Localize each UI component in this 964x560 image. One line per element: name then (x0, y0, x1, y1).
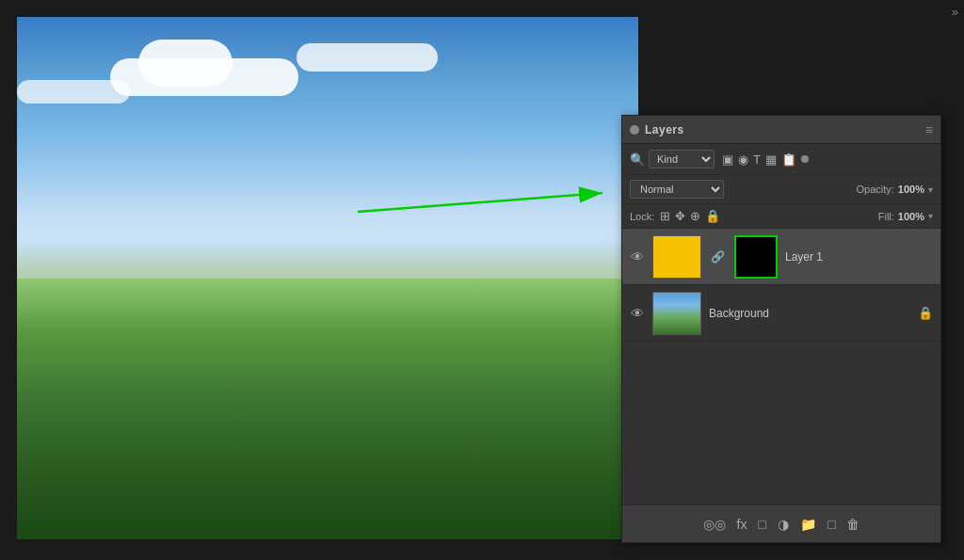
add-mask-icon[interactable]: □ (758, 517, 765, 532)
delete-layer-icon[interactable]: 🗑 (846, 517, 860, 532)
layer-mask-thumbnail-layer1 (734, 235, 778, 279)
adjustments-icon[interactable]: ◑ (778, 517, 789, 532)
layer-name-layer1: Layer 1 (785, 250, 933, 264)
panel-header-left: Layers (630, 123, 684, 136)
panel-footer: ◎◎ fx □ ◑ 📁 □ 🗑 (622, 504, 940, 542)
group-layers-icon[interactable]: 📁 (800, 517, 816, 532)
landscape-image (17, 17, 638, 539)
type-filter-icon[interactable]: T (753, 152, 761, 167)
fill-chevron-icon[interactable]: ▾ (928, 211, 933, 221)
opacity-group: Opacity: 100% ▾ (857, 184, 934, 195)
cloud-1 (110, 58, 298, 96)
close-button[interactable] (630, 125, 639, 135)
fill-value[interactable]: 100% (898, 211, 924, 222)
canvas-area (17, 17, 638, 539)
background-thumbnail (653, 293, 700, 334)
ground-layer (17, 279, 638, 540)
layer-name-background: Background (709, 307, 910, 320)
layer-effects-icon[interactable]: fx (737, 517, 747, 532)
lock-icons: ⊞ ✥ ⊕ 🔒 (660, 209, 720, 223)
link-layers-icon[interactable]: ◎◎ (703, 517, 726, 532)
visibility-icon-background[interactable]: 👁 (630, 306, 645, 321)
layers-list: 👁 🔗 Layer 1 👁 Background 🔒 (622, 229, 940, 504)
lock-transparent-icon[interactable]: ⊞ (660, 209, 670, 223)
pixel-filter-icon[interactable]: ▣ (722, 152, 733, 167)
layer-item-background[interactable]: 👁 Background 🔒 (622, 285, 940, 342)
lock-row: Lock: ⊞ ✥ ⊕ 🔒 Fill: 100% ▾ (622, 204, 940, 229)
lock-position-icon[interactable]: ⊕ (690, 209, 700, 223)
cloud-3 (17, 80, 130, 104)
yellow-fill-thumbnail (653, 236, 700, 278)
blend-mode-row: Normal Dissolve Multiply Screen Overlay … (622, 175, 940, 204)
layers-panel: Layers ≡ 🔍 Kind Name Effect Mode Attribu… (621, 115, 941, 543)
layer-thumbnail-layer1 (652, 235, 701, 279)
filter-row: 🔍 Kind Name Effect Mode Attribute Color … (622, 144, 940, 175)
fill-label: Fill: (878, 211, 894, 222)
shape-filter-icon[interactable]: ▦ (765, 152, 777, 167)
search-icon: 🔍 (630, 152, 645, 167)
opacity-label: Opacity: (857, 184, 894, 195)
filter-toggle-dot[interactable] (801, 155, 809, 163)
lock-all-icon[interactable]: 🔒 (705, 209, 720, 223)
layer-thumbnail-background (652, 292, 701, 335)
visibility-icon-layer1[interactable]: 👁 (630, 249, 645, 264)
blend-mode-dropdown[interactable]: Normal Dissolve Multiply Screen Overlay (630, 180, 724, 199)
smartobj-filter-icon[interactable]: 📋 (781, 152, 796, 167)
lock-label: Lock: (630, 211, 654, 222)
background-lock-icon: 🔒 (918, 306, 933, 320)
lock-image-icon[interactable]: ✥ (675, 209, 685, 223)
fill-group: Fill: 100% ▾ (878, 211, 933, 222)
filter-icons: ▣ ◉ T ▦ 📋 (722, 152, 809, 167)
opacity-value[interactable]: 100% (898, 184, 924, 195)
panel-menu-button[interactable]: ≡ (925, 122, 933, 137)
layer-item-layer1[interactable]: 👁 🔗 Layer 1 (622, 229, 940, 285)
panel-title: Layers (645, 123, 684, 136)
opacity-chevron-icon[interactable]: ▾ (928, 184, 933, 195)
kind-dropdown[interactable]: Kind Name Effect Mode Attribute Color (649, 150, 715, 168)
cloud-2 (297, 43, 438, 72)
adjustment-filter-icon[interactable]: ◉ (738, 152, 748, 167)
panel-header: Layers ≡ (622, 116, 940, 144)
collapse-panels-icon[interactable]: » (952, 5, 958, 19)
chain-link-icon: 🔗 (711, 250, 725, 264)
new-layer-icon[interactable]: □ (827, 517, 835, 532)
